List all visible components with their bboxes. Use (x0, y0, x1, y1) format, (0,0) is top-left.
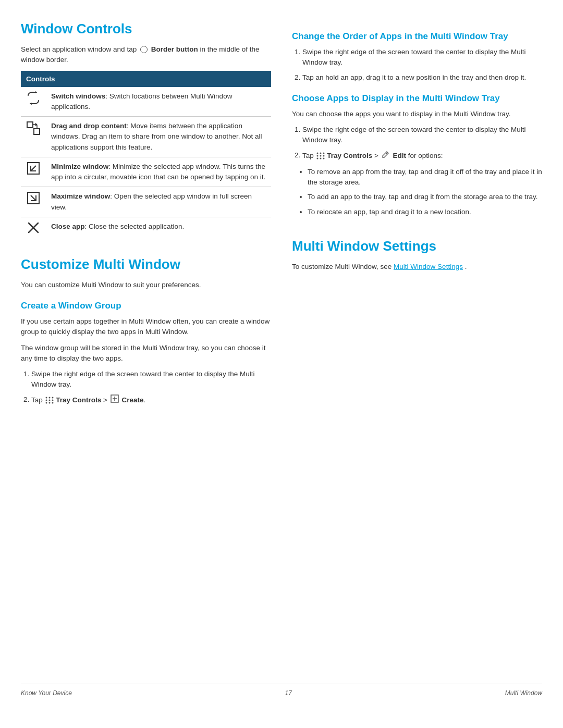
tray-controls-icon-inline (45, 397, 54, 404)
change-order-title: Change the Order of Apps in the Multi Wi… (292, 31, 542, 42)
customize-title: Customize Multi Window (21, 256, 271, 273)
change-order-steps: Swipe the right edge of the screen towar… (302, 47, 542, 83)
svg-line-32 (386, 153, 387, 154)
switch-windows-icon (21, 87, 46, 117)
right-column: Change the Order of Apps in the Multi Wi… (292, 21, 542, 684)
multi-window-settings-link[interactable]: Multi Window Settings (394, 263, 463, 270)
choose-apps-bullets: To remove an app from the tray, tap and … (308, 167, 542, 217)
svg-line-6 (31, 166, 36, 171)
tray-icon-choose (316, 152, 325, 159)
multi-window-settings-title: Multi Window Settings (292, 238, 542, 254)
table-row: Drag and drop content: Move items betwee… (21, 117, 271, 157)
close-app-icon (21, 217, 46, 241)
list-item: Tap an hold an app, drag it to a new pos… (302, 72, 542, 83)
footer-center: 17 (285, 689, 292, 697)
svg-point-29 (316, 157, 318, 159)
minimize-icon (21, 157, 46, 187)
svg-line-8 (31, 195, 36, 201)
choose-apps-title: Choose Apps to Display in the Multi Wind… (292, 93, 542, 104)
border-button-label: Border button (151, 45, 198, 53)
list-item: Swipe the right edge of the screen towar… (31, 369, 271, 390)
svg-rect-4 (27, 122, 33, 128)
left-column: Window Controls Select an application wi… (21, 21, 271, 684)
svg-point-15 (48, 399, 50, 401)
list-item: To add an app to the tray, tap and drag … (308, 192, 542, 202)
create-window-group-steps: Swipe the right edge of the screen towar… (31, 369, 271, 406)
list-item: Swipe the right edge of the screen towar… (302, 125, 542, 146)
maximize-icon (21, 187, 46, 217)
footer-right: Multi Window (505, 689, 542, 697)
svg-point-13 (52, 397, 53, 398)
minimize-desc: Minimize window: Minimize the selected a… (46, 157, 271, 187)
multi-window-settings-section: Multi Window Settings To customize Multi… (292, 238, 542, 272)
svg-point-30 (320, 157, 321, 159)
footer: Know Your Device 17 Multi Window (21, 684, 542, 697)
controls-table: Controls (21, 71, 271, 241)
svg-point-24 (320, 152, 321, 154)
svg-point-11 (45, 397, 47, 398)
svg-rect-1 (34, 129, 40, 134)
close-app-desc: Close app: Close the selected applicatio… (46, 217, 271, 241)
svg-point-26 (316, 155, 318, 156)
table-row: Minimize window: Minimize the selected a… (21, 157, 271, 187)
svg-point-19 (52, 402, 53, 403)
table-row: Switch windows: Switch locations between… (21, 87, 271, 117)
svg-point-23 (316, 152, 318, 154)
table-row: Maximize window: Open the selected app w… (21, 187, 271, 217)
svg-point-12 (48, 397, 50, 398)
create-window-group-para2: The window group will be stored in the M… (21, 343, 271, 364)
footer-left: Know Your Device (21, 689, 72, 697)
controls-header: Controls (21, 71, 271, 87)
create-window-group-title: Create a Window Group (21, 301, 271, 311)
svg-point-14 (45, 399, 47, 401)
svg-point-31 (323, 157, 324, 159)
window-controls-title: Window Controls (21, 21, 271, 37)
list-item: Tap Tray Controls > Create. (31, 394, 271, 406)
svg-point-18 (48, 402, 50, 403)
svg-point-16 (52, 399, 53, 401)
list-item: To relocate an app, tap and drag it to a… (308, 207, 542, 217)
window-controls-intro: Select an application window and tap Bor… (21, 44, 271, 66)
svg-point-27 (320, 155, 321, 156)
border-circle-icon (140, 46, 148, 53)
drag-drop-icon (21, 117, 46, 157)
table-row: Close app: Close the selected applicatio… (21, 217, 271, 241)
edit-icon-inline (382, 150, 390, 162)
choose-apps-steps: Swipe the right edge of the screen towar… (302, 125, 542, 162)
customize-intro: You can customize Multi Window to suit y… (21, 280, 271, 290)
choose-apps-intro: You can choose the apps you want to disp… (292, 109, 542, 119)
svg-point-25 (323, 152, 324, 154)
customize-section: Customize Multi Window You can customize… (21, 256, 271, 406)
multi-window-settings-para: To customize Multi Window, see Multi Win… (292, 262, 542, 272)
list-item: Swipe the right edge of the screen towar… (302, 47, 542, 68)
maximize-desc: Maximize window: Open the selected app w… (46, 187, 271, 217)
svg-point-28 (323, 155, 324, 156)
list-item: Tap Tray Controls > Edit for options: (302, 150, 542, 162)
create-icon-inline (111, 394, 119, 406)
svg-point-17 (45, 402, 47, 403)
create-window-group-para1: If you use certain apps together in Mult… (21, 316, 271, 338)
list-item: To remove an app from the tray, tap and … (308, 167, 542, 188)
drag-drop-desc: Drag and drop content: Move items betwee… (46, 117, 271, 157)
svg-rect-0 (27, 122, 33, 128)
switch-windows-desc: Switch windows: Switch locations between… (46, 87, 271, 117)
